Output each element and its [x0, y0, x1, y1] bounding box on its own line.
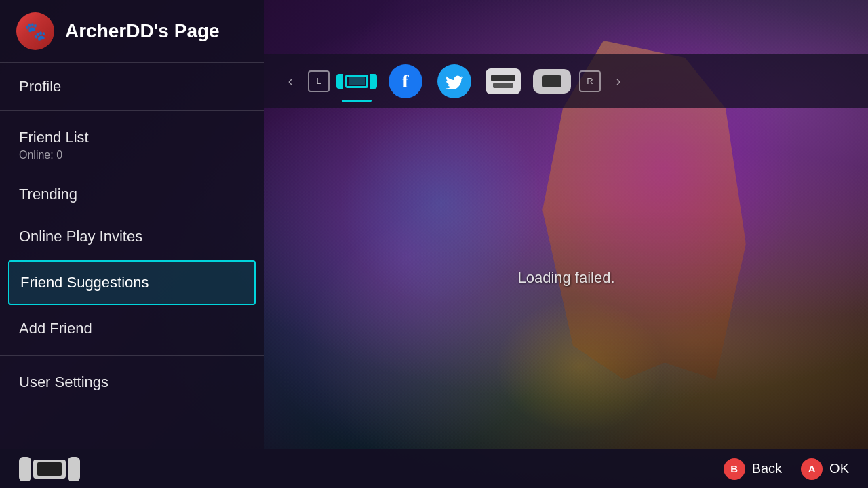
menu-section: Profile Friend List Online: 0 Trending O… — [0, 63, 264, 409]
joy-con-left — [19, 457, 31, 481]
bottom-bar: B Back A OK — [0, 449, 868, 488]
tab-vita[interactable] — [530, 60, 574, 103]
facebook-icon: f — [389, 64, 422, 98]
menu-item-profile[interactable]: Profile — [0, 68, 264, 105]
3ds-icon — [486, 68, 521, 94]
tab-3ds[interactable] — [481, 60, 525, 103]
divider-1 — [0, 110, 264, 111]
menu-item-friend-list[interactable]: Friend List Online: 0 — [0, 117, 264, 174]
tab-switch-handheld[interactable] — [335, 60, 378, 103]
back-button[interactable]: B Back — [724, 458, 782, 480]
friend-list-sub: Online: 0 — [19, 149, 245, 161]
switch-console-icon — [19, 457, 80, 481]
tab-bar: ‹ L f — [264, 54, 868, 108]
menu-item-trending[interactable]: Trending — [0, 174, 264, 216]
avatar: 🐾 — [16, 12, 54, 50]
vita-icon — [533, 69, 571, 94]
console-body — [33, 460, 66, 479]
tab-twitter[interactable] — [433, 60, 476, 103]
menu-item-user-settings[interactable]: User Settings — [0, 361, 264, 403]
tab-r-button[interactable]: R — [579, 70, 601, 92]
menu-item-add-friend[interactable]: Add Friend — [0, 308, 264, 350]
header: 🐾 ArcherDD's Page — [0, 0, 264, 63]
3ds-top-screen — [491, 75, 515, 81]
tab-facebook[interactable]: f — [384, 60, 427, 103]
divider-2 — [0, 355, 264, 356]
tab-l-button[interactable]: L — [308, 70, 330, 92]
3ds-bottom-screen — [493, 83, 513, 88]
loading-failed-text: Loading failed. — [517, 269, 614, 287]
content-area: Loading failed. — [264, 108, 868, 447]
page-title: ArcherDD's Page — [65, 20, 220, 42]
b-button-circle: B — [724, 458, 745, 480]
menu-item-online-play[interactable]: Online Play Invites — [0, 216, 264, 258]
tab-right-arrow[interactable]: › — [606, 69, 631, 94]
ok-button[interactable]: A OK — [801, 458, 849, 480]
joy-con-right — [68, 457, 80, 481]
ok-label: OK — [829, 461, 849, 476]
twitter-icon — [437, 64, 471, 98]
back-label: Back — [752, 461, 782, 476]
a-button-circle: A — [801, 458, 823, 480]
menu-item-friend-suggestions[interactable]: Friend Suggestions — [8, 260, 256, 305]
left-panel: 🐾 ArcherDD's Page Profile Friend List On… — [0, 0, 264, 488]
tab-left-arrow[interactable]: ‹ — [278, 69, 302, 94]
avatar-image: 🐾 — [16, 12, 54, 50]
bottom-buttons: B Back A OK — [724, 458, 849, 480]
friend-list-label: Friend List — [19, 129, 245, 146]
console-screen — [37, 462, 62, 476]
